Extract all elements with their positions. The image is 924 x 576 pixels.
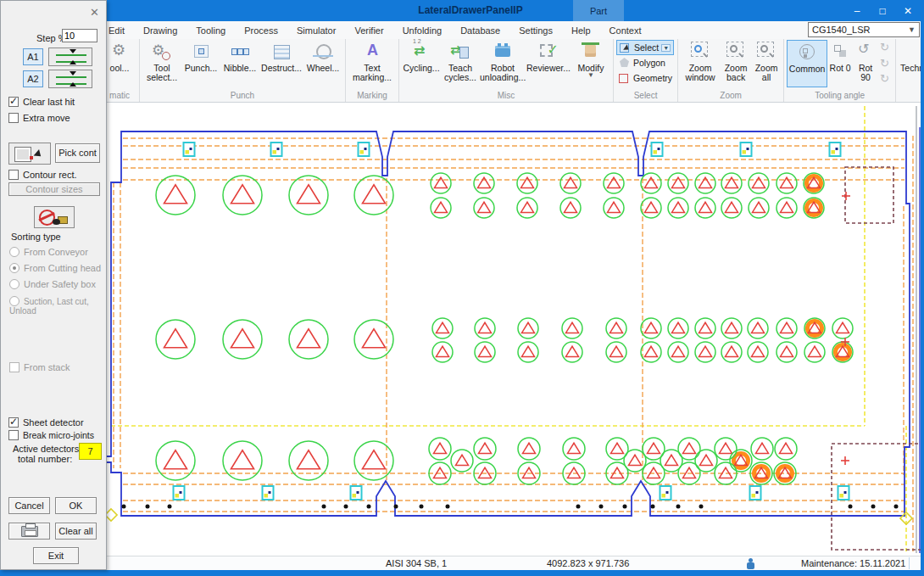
pick-rectangle-button[interactable] <box>8 143 51 165</box>
sheet-detector[interactable] <box>184 143 195 156</box>
punch-hit-triangle[interactable] <box>781 177 793 187</box>
menu-context[interactable]: Context <box>610 25 642 36</box>
zoom-all-button[interactable]: Zoom all <box>752 40 781 82</box>
punch-hit-small[interactable] <box>721 198 742 218</box>
punch-hit-small[interactable] <box>562 342 582 362</box>
ribbon-button-teach-cycles[interactable]: Teach cycles... <box>441 40 480 82</box>
chevron-down-icon[interactable]: ▼ <box>661 44 671 52</box>
punch-hit-small[interactable] <box>641 198 661 218</box>
punch-hit-triangle[interactable] <box>611 443 624 453</box>
punch-hit-small[interactable] <box>749 198 769 218</box>
a1-distribute-button[interactable] <box>48 48 92 66</box>
sheet-detector[interactable] <box>271 143 282 156</box>
sheet-detector[interactable] <box>750 486 761 500</box>
punch-hit-small[interactable] <box>604 198 624 218</box>
dialog-close-icon[interactable]: ✕ <box>90 6 99 19</box>
sheet-detector[interactable] <box>830 143 841 156</box>
punch-hit-small[interactable] <box>517 198 537 218</box>
punch-hit-large[interactable] <box>223 441 262 480</box>
punch-hit-triangle[interactable] <box>781 346 793 356</box>
punch-hit-small[interactable] <box>776 342 797 362</box>
punch-hit-triangle[interactable] <box>726 346 738 356</box>
sheet-detector[interactable] <box>263 486 274 500</box>
ribbon-button-modify[interactable]: Modify ▼ <box>571 40 610 78</box>
punch-hit-large[interactable] <box>289 320 328 359</box>
ok-button[interactable]: OK <box>55 497 97 514</box>
punch-hit-triangle[interactable] <box>521 177 534 187</box>
punch-hit-triangle[interactable] <box>456 455 469 465</box>
punch-hit-small[interactable] <box>668 342 688 362</box>
punch-hit-triangle[interactable] <box>700 455 713 465</box>
ribbon-button-tool-select[interactable]: Tool select... <box>142 40 181 82</box>
punch-hit-triangle[interactable] <box>298 329 320 348</box>
rotate-option-icon[interactable] <box>879 73 892 86</box>
rotate-option-icon[interactable] <box>879 58 892 70</box>
checkbox-icon[interactable] <box>8 113 19 123</box>
punch-hit-triangle[interactable] <box>566 322 579 333</box>
punch-hit-triangle[interactable] <box>726 202 738 212</box>
punch-hit-triangle[interactable] <box>478 177 491 187</box>
punch-hit-small[interactable] <box>475 318 495 338</box>
punch-hit-triangle[interactable] <box>479 322 492 333</box>
checkbox-disabled-icon[interactable] <box>9 362 19 372</box>
menu-unfolding[interactable]: Unfolding <box>403 25 442 36</box>
micro-joint-dot[interactable] <box>367 505 371 509</box>
zoom-back-button[interactable]: Zoom back <box>720 40 752 82</box>
punch-hit-triangle[interactable] <box>231 185 254 204</box>
micro-joint-dot[interactable] <box>871 505 876 509</box>
sheet-detector[interactable] <box>660 486 671 500</box>
a2-distribute-button[interactable] <box>48 70 92 88</box>
radio-under-safety-box[interactable]: Under Safety box <box>9 279 116 289</box>
punch-hit-triangle[interactable] <box>672 202 685 212</box>
punch-hit-small[interactable] <box>560 173 581 193</box>
geometry-mode-button[interactable]: Geometry <box>616 70 675 86</box>
selection-rectangle[interactable] <box>845 167 893 223</box>
punch-hit-triangle[interactable] <box>298 185 320 204</box>
punch-hit-triangle[interactable] <box>479 443 492 453</box>
punch-hit-triangle[interactable] <box>629 455 642 465</box>
punch-hit-triangle[interactable] <box>699 346 712 356</box>
punch-hit-triangle[interactable] <box>809 346 821 356</box>
punch-hit-triangle[interactable] <box>231 329 254 348</box>
ribbon-button-reviewer[interactable]: Reviewer... <box>526 40 571 73</box>
punch-hit-small[interactable] <box>721 173 742 193</box>
close-button[interactable]: ✕ <box>895 0 921 21</box>
sheet-detector[interactable] <box>351 486 362 500</box>
punch-hit-small[interactable] <box>563 438 585 460</box>
menu-simulator[interactable]: Simulator <box>297 25 336 36</box>
context-tab-group-part[interactable]: Part <box>573 0 624 21</box>
rotate-option-icon[interactable] <box>879 42 892 54</box>
checkbox-icon[interactable] <box>8 430 19 440</box>
punch-hit-small[interactable] <box>776 318 797 338</box>
punch-hit-triangle[interactable] <box>648 443 660 453</box>
punch-hit-small[interactable] <box>776 173 797 193</box>
micro-joint-dot[interactable] <box>394 505 398 509</box>
rot-0-button[interactable]: Rot 0 <box>827 40 853 73</box>
punch-hit-small[interactable] <box>721 342 742 362</box>
punch-hit-triangle[interactable] <box>608 177 621 187</box>
checkbox-checked-icon[interactable] <box>8 97 19 107</box>
hit-sorting-dialog[interactable]: ✕ Step % A1 A2 Clear last hit Extra move… <box>0 0 107 570</box>
punch-hit-triangle[interactable] <box>435 202 448 212</box>
sheet-detector-checkbox[interactable]: Sheet detector <box>8 417 115 428</box>
micro-joint-dot[interactable] <box>599 505 604 509</box>
punch-hit-small[interactable] <box>474 173 494 193</box>
punch-hit-small[interactable] <box>604 173 624 193</box>
punch-hit-triangle[interactable] <box>437 346 449 356</box>
contour-sizes-button[interactable]: Contour sizes <box>8 182 100 196</box>
punch-hit-triangle[interactable] <box>699 202 712 212</box>
remove-hit-button[interactable] <box>34 206 75 228</box>
punch-hit-triangle[interactable] <box>565 202 577 212</box>
punch-hit-small[interactable] <box>804 342 825 362</box>
zoom-window-button[interactable]: Zoom window <box>681 40 720 82</box>
punch-hit-triangle[interactable] <box>752 346 765 356</box>
punch-hit-large[interactable] <box>354 176 393 215</box>
punch-hit-triangle[interactable] <box>699 177 712 187</box>
punch-hit-small[interactable] <box>429 438 451 460</box>
punch-hit-small[interactable] <box>562 318 582 338</box>
radio-selected-icon[interactable] <box>9 263 19 273</box>
ribbon-button-robot-unloading[interactable]: Robot unloading... <box>480 40 526 82</box>
micro-joint-dot[interactable] <box>344 505 348 509</box>
punch-hit-small[interactable] <box>432 318 453 338</box>
punch-hit-small[interactable] <box>668 198 688 218</box>
